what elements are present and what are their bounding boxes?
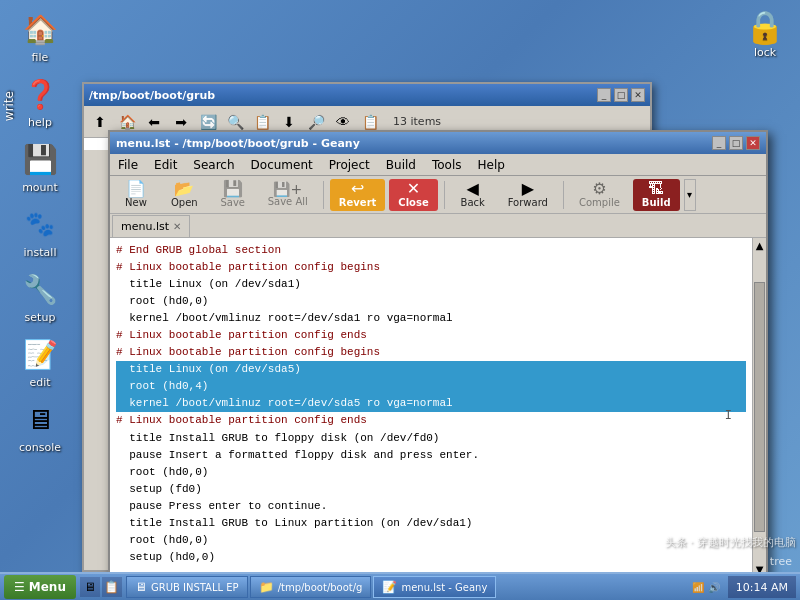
watermark-line1: 头条 · 穿越时光找我的电脑 xyxy=(665,535,797,550)
toolbar-new-button[interactable]: 📄 New xyxy=(114,179,158,211)
geany-minimize-button[interactable]: _ xyxy=(712,136,726,150)
menu-file[interactable]: File xyxy=(114,157,142,173)
tray-network-icon: 📶 xyxy=(692,582,704,593)
code-line-1: # End GRUB global section xyxy=(116,242,746,259)
code-line-2: # Linux bootable partition config begins xyxy=(116,259,746,276)
fm-maximize-button[interactable]: □ xyxy=(614,88,628,102)
toolbar-more-button[interactable]: ▾ xyxy=(684,179,696,211)
lock-label: lock xyxy=(754,46,776,59)
toolbar-save-button[interactable]: 💾 Save xyxy=(211,179,255,211)
geany-maximize-button[interactable]: □ xyxy=(729,136,743,150)
geany-title: menu.lst - /tmp/boot/boot/grub - Geany xyxy=(116,137,360,150)
install-icon-label: install xyxy=(24,246,57,259)
code-line-9: root (hd0,4) xyxy=(116,378,746,395)
menu-project[interactable]: Project xyxy=(325,157,374,173)
code-line-16: pause Press enter to continue. xyxy=(116,498,746,515)
filemanager-controls[interactable]: _ □ ✕ xyxy=(597,88,645,102)
tab-menu-lst-label: menu.lst xyxy=(121,220,169,233)
toolbar-separator-3 xyxy=(563,181,564,209)
toolbar-saveall-button[interactable]: 💾+ Save All xyxy=(259,179,317,211)
toolbar-build-button[interactable]: 🏗 Build xyxy=(633,179,680,211)
code-line-18: root (hd0,0) xyxy=(116,532,746,549)
mount-icon[interactable]: 💾 mount xyxy=(5,135,75,198)
code-content[interactable]: # End GRUB global section # Linux bootab… xyxy=(110,238,752,576)
toolbar-open-button[interactable]: 📂 Open xyxy=(162,179,207,211)
filemanager-titlebar[interactable]: /tmp/boot/boot/grub _ □ ✕ xyxy=(84,84,650,106)
setup-icon-label: setup xyxy=(25,311,56,324)
start-label: Menu xyxy=(29,580,66,594)
taskbar-tray: 📶 🔊 xyxy=(688,582,724,593)
code-line-7: # Linux bootable partition config begins xyxy=(116,344,746,361)
help-icon-label: help xyxy=(28,116,52,129)
file-icon-label: file xyxy=(32,51,49,64)
code-line-19: setup (hd0,0) xyxy=(116,549,746,566)
scroll-up-button[interactable]: ▲ xyxy=(753,238,766,252)
taskbar-item-grub[interactable]: 🖥 GRUB INSTALL EP xyxy=(126,576,248,598)
fm-item-count: 13 items xyxy=(393,115,441,128)
filemanager-title: /tmp/boot/boot/grub xyxy=(89,89,215,102)
geany-close-button[interactable]: ✕ xyxy=(746,136,760,150)
install-icon[interactable]: 🐾 install xyxy=(5,200,75,263)
setup-icon[interactable]: 🔧 setup xyxy=(5,265,75,328)
geany-titlebar[interactable]: menu.lst - /tmp/boot/boot/grub - Geany _… xyxy=(110,132,766,154)
mount-icon-label: mount xyxy=(22,181,58,194)
toolbar-revert-button[interactable]: ↩ Revert xyxy=(330,179,386,211)
fm-close-button[interactable]: ✕ xyxy=(631,88,645,102)
tab-close-button[interactable]: ✕ xyxy=(173,221,181,232)
geany-toolbar: 📄 New 📂 Open 💾 Save 💾+ Save All ↩ Revert… xyxy=(110,176,766,214)
toolbar-separator-2 xyxy=(444,181,445,209)
taskbar-fm-icon: 📁 xyxy=(259,580,274,594)
quick-launch: 🖥 📋 xyxy=(80,577,122,597)
file-icon[interactable]: 🏠 file xyxy=(5,5,75,68)
taskbar-geany-icon: 📝 xyxy=(382,580,397,594)
toolbar-close-button[interactable]: ✕ Close xyxy=(389,179,437,211)
lock-image: 🔒 xyxy=(745,8,785,46)
watermark-tree: tree xyxy=(770,555,792,568)
code-line-3: title Linux (on /dev/sda1) xyxy=(116,276,746,293)
console-icon[interactable]: 🖥 console xyxy=(5,395,75,458)
taskbar-grub-label: GRUB INSTALL EP xyxy=(151,582,239,593)
taskbar-fm-label: /tmp/boot/boot/g xyxy=(278,582,363,593)
menu-help[interactable]: Help xyxy=(474,157,509,173)
menu-document[interactable]: Document xyxy=(247,157,317,173)
menu-edit[interactable]: Edit xyxy=(150,157,181,173)
tray-volume-icon: 🔊 xyxy=(708,582,720,593)
toolbar-back-button[interactable]: ◀ Back xyxy=(451,179,495,211)
menu-search[interactable]: Search xyxy=(189,157,238,173)
lock-area[interactable]: 🔒 lock xyxy=(745,8,785,59)
taskbar-item-fm[interactable]: 📁 /tmp/boot/boot/g xyxy=(250,576,372,598)
start-button[interactable]: ☰ Menu xyxy=(4,575,76,599)
code-line-14: root (hd0,0) xyxy=(116,464,746,481)
code-line-8: title Linux (on /dev/sda5) xyxy=(116,361,746,378)
menu-build[interactable]: Build xyxy=(382,157,420,173)
toolbar-forward-button[interactable]: ▶ Forward xyxy=(499,179,557,211)
toolbar-compile-button[interactable]: ⚙ Compile xyxy=(570,179,629,211)
scrollbar-thumb[interactable] xyxy=(754,282,765,532)
code-line-5: kernel /boot/vmlinuz root=/dev/sda1 ro v… xyxy=(116,310,746,327)
console-icon-label: console xyxy=(19,441,61,454)
edit-icon[interactable]: 📝 edit xyxy=(5,330,75,393)
code-line-4: root (hd0,0) xyxy=(116,293,746,310)
edit-icon-label: edit xyxy=(29,376,50,389)
fm-minimize-button[interactable]: _ xyxy=(597,88,611,102)
code-line-13: pause Insert a formatted floppy disk and… xyxy=(116,447,746,464)
taskbar-items: 🖥 GRUB INSTALL EP 📁 /tmp/boot/boot/g 📝 m… xyxy=(126,576,688,598)
taskbar-item-geany[interactable]: 📝 menu.lst - Geany xyxy=(373,576,496,598)
watermark-free: free xyxy=(723,555,745,568)
taskbar: ☰ Menu 🖥 📋 🖥 GRUB INSTALL EP 📁 /tmp/boot… xyxy=(0,572,800,600)
vertical-scrollbar[interactable]: ▲ ▼ xyxy=(752,238,766,576)
code-line-12: title Install GRUB to floppy disk (on /d… xyxy=(116,430,746,447)
tab-menu-lst[interactable]: menu.lst ✕ xyxy=(112,215,190,237)
code-line-17: title Install GRUB to Linux partition (o… xyxy=(116,515,746,532)
geany-editor: # End GRUB global section # Linux bootab… xyxy=(110,238,766,576)
geany-controls[interactable]: _ □ ✕ xyxy=(712,136,760,150)
menu-tools[interactable]: Tools xyxy=(428,157,466,173)
code-line-6: # Linux bootable partition config ends xyxy=(116,327,746,344)
code-line-15: setup (fd0) xyxy=(116,481,746,498)
ql-icon-2[interactable]: 📋 xyxy=(102,577,122,597)
geany-window: menu.lst - /tmp/boot/boot/grub - Geany _… xyxy=(108,130,768,580)
code-line-10: kernel /boot/vmlinuz root=/dev/sda5 ro v… xyxy=(116,395,746,412)
write-label: write xyxy=(2,91,16,121)
geany-menu-bar: File Edit Search Document Project Build … xyxy=(110,154,766,176)
ql-icon-1[interactable]: 🖥 xyxy=(80,577,100,597)
